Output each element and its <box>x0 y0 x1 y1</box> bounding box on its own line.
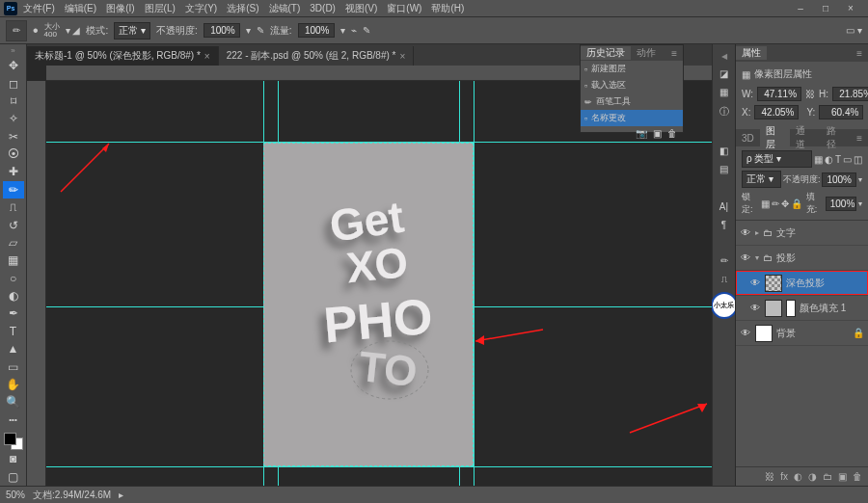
window-maximize-icon[interactable]: □ <box>816 3 835 13</box>
visibility-icon[interactable]: 👁 <box>740 252 751 264</box>
link-layers-icon[interactable]: ⛓ <box>765 471 774 482</box>
layer-name[interactable]: 投影 <box>776 252 796 265</box>
layer-filter-select[interactable]: ρ 类型 ▾ <box>742 150 812 168</box>
lock-all-icon[interactable]: 🔒 <box>791 199 802 209</box>
move-tool[interactable]: ✥ <box>3 57 24 74</box>
panel-menu-icon[interactable]: ≡ <box>851 133 868 144</box>
guide-horizontal[interactable] <box>46 466 712 467</box>
folder-toggle-icon[interactable]: ▸ <box>755 228 759 237</box>
blur-tool[interactable]: ○ <box>3 270 24 287</box>
lock-pos-icon[interactable]: ✥ <box>781 199 789 209</box>
menu-help[interactable]: 帮助(H) <box>427 2 468 15</box>
airbrush-icon[interactable]: ⌁ <box>351 25 357 36</box>
folder-toggle-icon[interactable]: ▾ <box>755 253 759 262</box>
menu-view[interactable]: 视图(V) <box>341 2 381 15</box>
panel-icon-clone[interactable]: ⎍ <box>721 274 727 284</box>
snapshot-icon[interactable]: 📷 <box>636 128 647 139</box>
history-item[interactable]: ▫载入选区 <box>581 77 683 93</box>
new-group-icon[interactable]: 🗀 <box>823 471 832 482</box>
clone-stamp-tool[interactable]: ⎍ <box>3 199 24 216</box>
layer-row[interactable]: 👁 背景 🔒 <box>736 321 868 346</box>
path-select-tool[interactable]: ▲ <box>3 340 24 357</box>
layer-row-selected[interactable]: 👁 深色投影 <box>736 271 868 296</box>
filter-pixel-icon[interactable]: ▦ <box>814 154 823 165</box>
viewport[interactable]: Get XO PHO TO <box>46 81 712 486</box>
layer-row[interactable]: 👁 颜色填充 1 <box>736 296 868 321</box>
shape-tool[interactable]: ▭ <box>3 357 24 375</box>
menu-layer[interactable]: 图层(L) <box>141 2 179 15</box>
hand-tool[interactable]: ✋ <box>3 376 24 393</box>
zoom-level[interactable]: 50% <box>6 490 25 500</box>
history-tab[interactable]: 历史记录 <box>581 46 631 60</box>
gradient-tool[interactable]: ▦ <box>3 252 24 269</box>
menu-image[interactable]: 图像(I) <box>102 2 138 15</box>
layer-name[interactable]: 背景 <box>776 327 796 340</box>
filter-adj-icon[interactable]: ◐ <box>825 154 833 165</box>
window-close-icon[interactable]: × <box>841 3 860 13</box>
lock-trans-icon[interactable]: ▦ <box>761 199 770 209</box>
pressure-size-icon[interactable]: ✎ <box>363 25 370 36</box>
edit-toolbar[interactable]: ••• <box>3 411 24 429</box>
layer-opacity-input[interactable]: 100% <box>822 172 856 187</box>
document-tab-1[interactable]: 未标题-1 @ 50% (深色投影, RGB/8#) * × <box>27 46 219 66</box>
layer-row[interactable]: 👁 ▾ 🗀 投影 <box>736 246 868 271</box>
new-state-icon[interactable]: ▣ <box>653 128 662 139</box>
actions-tab[interactable]: 动作 <box>631 46 662 60</box>
panel-icon-paragraph[interactable]: ¶ <box>721 220 726 230</box>
pen-tool[interactable]: ✒ <box>3 304 24 322</box>
panel-icon-histogram[interactable]: ◪ <box>719 68 728 79</box>
brush-size-value[interactable]: 400 <box>44 31 60 39</box>
layer-thumb[interactable] <box>765 275 782 292</box>
tab-3d[interactable]: 3D <box>736 133 760 144</box>
opacity-input[interactable]: 100% <box>203 23 240 38</box>
panel-icon-info[interactable]: ⓘ <box>719 105 729 119</box>
layer-mask-thumb[interactable] <box>786 300 796 317</box>
layer-thumb[interactable] <box>755 325 773 342</box>
layer-fx-icon[interactable]: fx <box>780 471 788 482</box>
panel-icon-color[interactable]: ◧ <box>719 146 728 156</box>
color-swatches[interactable] <box>4 433 23 450</box>
blend-mode-select[interactable]: 正常 ▾ <box>114 22 150 40</box>
panel-icon-brushes[interactable]: ✏ <box>720 255 728 266</box>
document-tab-2[interactable]: 222 - 副本.psd @ 50% (组 2, RGB/8#) * × <box>219 46 415 66</box>
prop-y-input[interactable]: 60.4% <box>819 105 863 119</box>
panel-icon-character[interactable]: A| <box>719 201 728 212</box>
healing-brush-tool[interactable]: ✚ <box>3 163 24 180</box>
visibility-icon[interactable]: 👁 <box>749 303 761 314</box>
visibility-icon[interactable]: 👁 <box>740 328 751 339</box>
delete-state-icon[interactable]: 🗑 <box>667 128 677 139</box>
filter-smart-icon[interactable]: ◫ <box>854 154 862 165</box>
doc-info-menu-icon[interactable]: ▸ <box>119 490 123 500</box>
history-brush-tool[interactable]: ↺ <box>3 216 24 233</box>
layer-thumb[interactable] <box>765 300 782 317</box>
layer-name[interactable]: 深色投影 <box>786 277 825 290</box>
marquee-tool[interactable]: ◻ <box>3 74 24 92</box>
type-tool[interactable]: T <box>3 323 24 340</box>
guide-vertical[interactable] <box>474 81 475 486</box>
menu-filter[interactable]: 滤镜(T) <box>265 2 305 15</box>
layer-mask-icon[interactable]: ◐ <box>794 471 802 482</box>
dodge-tool[interactable]: ◐ <box>3 287 24 304</box>
history-item[interactable]: ▫名称更改 <box>581 110 683 126</box>
magic-wand-tool[interactable]: ✧ <box>3 110 24 127</box>
crop-tool[interactable]: ✂ <box>3 128 24 146</box>
flow-input[interactable]: 100% <box>298 23 335 38</box>
current-tool-icon[interactable]: ✏ <box>6 20 27 41</box>
prop-w-input[interactable]: 47.11% <box>757 87 801 101</box>
brush-preset-picker-icon[interactable]: ▾ ◢ <box>66 25 81 36</box>
delete-layer-icon[interactable]: 🗑 <box>853 471 862 482</box>
history-item[interactable]: ▫新建图层 <box>581 61 683 77</box>
brush-tool[interactable]: ✏ <box>3 181 24 199</box>
eyedropper-tool[interactable]: ⦿ <box>3 146 24 163</box>
pressure-opacity-icon[interactable]: ✎ <box>257 25 264 36</box>
layer-name[interactable]: 颜色填充 1 <box>800 302 846 315</box>
canvas[interactable]: Get XO PHO TO <box>263 143 474 466</box>
panel-menu-icon[interactable]: ≡ <box>665 48 683 59</box>
fill-input[interactable]: 100% <box>826 197 856 211</box>
lock-paint-icon[interactable]: ✏ <box>772 199 779 209</box>
window-minimize-icon[interactable]: – <box>791 3 810 13</box>
menu-3d[interactable]: 3D(D) <box>306 3 339 13</box>
layer-row[interactable]: 👁 ▸ 🗀 文字 <box>736 221 868 246</box>
menu-edit[interactable]: 编辑(E) <box>61 2 100 15</box>
filter-shape-icon[interactable]: ▭ <box>843 154 852 165</box>
